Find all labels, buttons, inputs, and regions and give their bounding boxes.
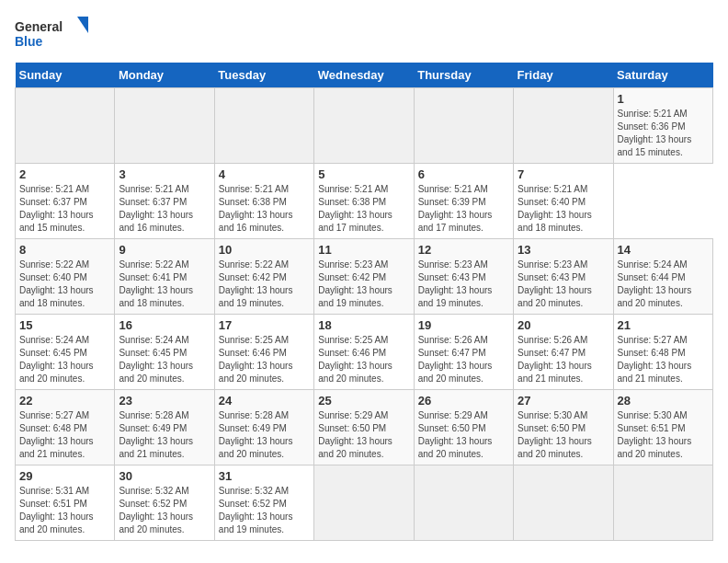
svg-text:Blue: Blue xyxy=(15,34,43,49)
day-cell: 9 Sunrise: 5:22 AMSunset: 6:41 PMDayligh… xyxy=(115,239,214,315)
day-detail: Sunrise: 5:25 AMSunset: 6:46 PMDaylight:… xyxy=(219,335,293,384)
day-cell: 20 Sunrise: 5:26 AMSunset: 6:47 PMDaylig… xyxy=(514,315,613,390)
col-header-monday: Monday xyxy=(115,63,214,88)
day-cell: 26 Sunrise: 5:29 AMSunset: 6:50 PMDaylig… xyxy=(414,390,513,465)
week-row: 1 Sunrise: 5:21 AMSunset: 6:36 PMDayligh… xyxy=(16,88,713,164)
day-cell: 28 Sunrise: 5:30 AMSunset: 6:51 PMDaylig… xyxy=(613,390,712,465)
empty-cell xyxy=(115,88,214,164)
day-detail: Sunrise: 5:28 AMSunset: 6:49 PMDaylight:… xyxy=(119,410,193,459)
col-header-friday: Friday xyxy=(514,63,613,88)
col-header-sunday: Sunday xyxy=(16,63,115,88)
day-cell: 4 Sunrise: 5:21 AMSunset: 6:38 PMDayligh… xyxy=(214,164,313,239)
day-cell: 12 Sunrise: 5:23 AMSunset: 6:43 PMDaylig… xyxy=(414,239,513,315)
day-number: 15 xyxy=(19,318,110,332)
day-cell xyxy=(613,465,712,541)
day-cell: 17 Sunrise: 5:25 AMSunset: 6:46 PMDaylig… xyxy=(214,315,313,390)
calendar-table: SundayMondayTuesdayWednesdayThursdayFrid… xyxy=(15,63,713,541)
day-cell: 5 Sunrise: 5:21 AMSunset: 6:38 PMDayligh… xyxy=(314,164,414,239)
day-number: 31 xyxy=(219,469,310,483)
empty-cell xyxy=(314,88,414,164)
svg-marker-2 xyxy=(77,17,88,33)
day-cell: 16 Sunrise: 5:24 AMSunset: 6:45 PMDaylig… xyxy=(115,315,214,390)
day-number: 2 xyxy=(19,167,110,181)
day-cell: 8 Sunrise: 5:22 AMSunset: 6:40 PMDayligh… xyxy=(16,239,115,315)
day-detail: Sunrise: 5:22 AMSunset: 6:40 PMDaylight:… xyxy=(19,259,94,308)
day-detail: Sunrise: 5:28 AMSunset: 6:49 PMDaylight:… xyxy=(219,410,293,459)
day-number: 28 xyxy=(618,394,709,408)
day-number: 27 xyxy=(518,394,609,408)
day-detail: Sunrise: 5:22 AMSunset: 6:41 PMDaylight:… xyxy=(119,259,193,308)
day-detail: Sunrise: 5:21 AMSunset: 6:37 PMDaylight:… xyxy=(19,184,94,233)
day-detail: Sunrise: 5:21 AMSunset: 6:37 PMDaylight:… xyxy=(119,184,193,233)
day-detail: Sunrise: 5:27 AMSunset: 6:48 PMDaylight:… xyxy=(19,410,94,459)
day-cell: 15 Sunrise: 5:24 AMSunset: 6:45 PMDaylig… xyxy=(16,315,115,390)
day-cell: 7 Sunrise: 5:21 AMSunset: 6:40 PMDayligh… xyxy=(514,164,613,239)
week-row: 2 Sunrise: 5:21 AMSunset: 6:37 PMDayligh… xyxy=(16,164,713,239)
day-number: 29 xyxy=(19,469,110,483)
day-number: 25 xyxy=(318,394,409,408)
day-number: 30 xyxy=(119,469,210,483)
day-number: 14 xyxy=(618,243,709,257)
logo: General Blue xyxy=(15,15,88,52)
day-detail: Sunrise: 5:32 AMSunset: 6:52 PMDaylight:… xyxy=(119,486,193,534)
day-number: 26 xyxy=(418,394,509,408)
day-detail: Sunrise: 5:26 AMSunset: 6:47 PMDaylight:… xyxy=(418,335,493,384)
day-cell: 21 Sunrise: 5:27 AMSunset: 6:48 PMDaylig… xyxy=(613,315,712,390)
week-row: 8 Sunrise: 5:22 AMSunset: 6:40 PMDayligh… xyxy=(16,239,713,315)
logo-svg: General Blue xyxy=(15,15,88,52)
day-cell: 23 Sunrise: 5:28 AMSunset: 6:49 PMDaylig… xyxy=(115,390,214,465)
day-cell: 13 Sunrise: 5:23 AMSunset: 6:43 PMDaylig… xyxy=(514,239,613,315)
day-cell: 18 Sunrise: 5:25 AMSunset: 6:46 PMDaylig… xyxy=(314,315,414,390)
col-header-wednesday: Wednesday xyxy=(314,63,414,88)
day-detail: Sunrise: 5:30 AMSunset: 6:51 PMDaylight:… xyxy=(618,410,692,459)
day-number: 7 xyxy=(518,167,609,181)
day-detail: Sunrise: 5:24 AMSunset: 6:44 PMDaylight:… xyxy=(618,259,692,308)
day-detail: Sunrise: 5:32 AMSunset: 6:52 PMDaylight:… xyxy=(219,486,293,534)
day-cell xyxy=(314,465,414,541)
day-number: 6 xyxy=(418,167,509,181)
svg-text:General: General xyxy=(15,19,63,34)
page-header: General Blue xyxy=(15,15,713,52)
day-cell xyxy=(514,465,613,541)
day-cell: 24 Sunrise: 5:28 AMSunset: 6:49 PMDaylig… xyxy=(214,390,313,465)
day-number: 20 xyxy=(518,318,609,332)
day-detail: Sunrise: 5:30 AMSunset: 6:50 PMDaylight:… xyxy=(518,410,592,459)
day-cell: 31 Sunrise: 5:32 AMSunset: 6:52 PMDaylig… xyxy=(214,465,313,541)
day-detail: Sunrise: 5:21 AMSunset: 6:38 PMDaylight:… xyxy=(219,184,293,233)
empty-cell xyxy=(414,88,513,164)
day-number: 24 xyxy=(219,394,310,408)
week-row: 15 Sunrise: 5:24 AMSunset: 6:45 PMDaylig… xyxy=(16,315,713,390)
week-row: 22 Sunrise: 5:27 AMSunset: 6:48 PMDaylig… xyxy=(16,390,713,465)
day-detail: Sunrise: 5:31 AMSunset: 6:51 PMDaylight:… xyxy=(19,486,94,534)
day-number: 10 xyxy=(219,243,310,257)
day-detail: Sunrise: 5:22 AMSunset: 6:42 PMDaylight:… xyxy=(219,259,293,308)
day-number: 12 xyxy=(418,243,509,257)
empty-cell xyxy=(514,88,613,164)
col-header-tuesday: Tuesday xyxy=(214,63,313,88)
day-detail: Sunrise: 5:23 AMSunset: 6:42 PMDaylight:… xyxy=(318,259,392,308)
day-cell: 29 Sunrise: 5:31 AMSunset: 6:51 PMDaylig… xyxy=(16,465,115,541)
day-detail: Sunrise: 5:25 AMSunset: 6:46 PMDaylight:… xyxy=(318,335,392,384)
day-cell: 22 Sunrise: 5:27 AMSunset: 6:48 PMDaylig… xyxy=(16,390,115,465)
day-detail: Sunrise: 5:21 AMSunset: 6:39 PMDaylight:… xyxy=(418,184,493,233)
day-number: 13 xyxy=(518,243,609,257)
day-cell: 14 Sunrise: 5:24 AMSunset: 6:44 PMDaylig… xyxy=(613,239,712,315)
day-cell: 11 Sunrise: 5:23 AMSunset: 6:42 PMDaylig… xyxy=(314,239,414,315)
empty-cell xyxy=(214,88,313,164)
day-number: 11 xyxy=(318,243,409,257)
day-number: 5 xyxy=(318,167,409,181)
day-number: 22 xyxy=(19,394,110,408)
day-cell: 30 Sunrise: 5:32 AMSunset: 6:52 PMDaylig… xyxy=(115,465,214,541)
day-cell: 2 Sunrise: 5:21 AMSunset: 6:37 PMDayligh… xyxy=(16,164,115,239)
day-number: 1 xyxy=(618,92,709,106)
day-cell: 27 Sunrise: 5:30 AMSunset: 6:50 PMDaylig… xyxy=(514,390,613,465)
day-detail: Sunrise: 5:26 AMSunset: 6:47 PMDaylight:… xyxy=(518,335,592,384)
col-header-thursday: Thursday xyxy=(414,63,513,88)
day-detail: Sunrise: 5:24 AMSunset: 6:45 PMDaylight:… xyxy=(119,335,193,384)
day-cell: 3 Sunrise: 5:21 AMSunset: 6:37 PMDayligh… xyxy=(115,164,214,239)
day-number: 18 xyxy=(318,318,409,332)
day-cell: 10 Sunrise: 5:22 AMSunset: 6:42 PMDaylig… xyxy=(214,239,313,315)
day-number: 19 xyxy=(418,318,509,332)
day-number: 8 xyxy=(19,243,110,257)
day-detail: Sunrise: 5:24 AMSunset: 6:45 PMDaylight:… xyxy=(19,335,94,384)
